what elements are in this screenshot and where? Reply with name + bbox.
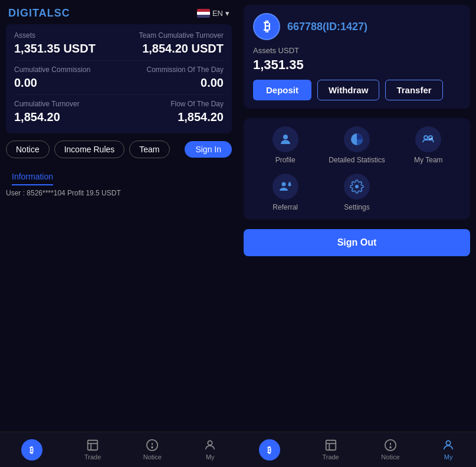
nav-my[interactable]: My <box>203 439 216 461</box>
lang-selector[interactable]: EN ▾ <box>197 9 229 18</box>
assets-value: 1,351.35 USDT <box>14 42 96 55</box>
info-tab[interactable]: Information <box>12 171 53 185</box>
marquee-text: User : 8526****104 Profit 19.5 USDT <box>6 189 121 197</box>
team-button[interactable]: Team <box>129 141 169 158</box>
settings-label: Settings <box>344 203 369 211</box>
right-nav-home[interactable]: ₿ <box>259 439 280 461</box>
action-btns: Deposit Withdraw Transfer <box>253 80 461 100</box>
trade-label: Trade <box>84 453 101 461</box>
menu-settings[interactable]: Settings <box>321 174 392 211</box>
myteam-icon <box>421 132 435 146</box>
right-bottom-nav: ₿ Trade Notice My <box>238 432 476 467</box>
right-my-label: My <box>444 453 453 461</box>
menu-grid: Profile Detailed Statistics <box>244 118 470 220</box>
referral-icon-circle <box>273 174 298 200</box>
info-tab-container: Information <box>6 164 232 185</box>
right-bitcoin-icon: ₿ <box>267 445 271 455</box>
assets-label: Assets <box>14 31 35 40</box>
svg-rect-0 <box>88 440 98 450</box>
svg-point-5 <box>152 447 153 448</box>
notice-icon <box>146 439 159 452</box>
right-notice-label: Notice <box>381 453 399 461</box>
user-card: ₿ 667788(ID:1427) Assets USDT 1,351.35 D… <box>244 5 470 109</box>
right-trade-icon <box>324 439 337 452</box>
home-icon-circle: ₿ <box>21 439 42 461</box>
action-buttons-row: Notice Income Rules Team Sign In <box>6 141 232 158</box>
myteam-icon-circle <box>415 126 441 152</box>
svg-point-15 <box>355 185 359 188</box>
lang-label: EN <box>212 9 223 18</box>
statistics-label: Detailed Statistics <box>329 156 385 164</box>
settings-icon-circle <box>344 174 370 200</box>
nav-home[interactable]: ₿ <box>21 439 42 461</box>
trade-icon <box>86 439 99 452</box>
marquee-area: User : 8526****104 Profit 19.5 USDT <box>6 189 232 197</box>
svg-point-9 <box>424 136 428 139</box>
flow-day-value: 1,854.20 <box>178 110 224 124</box>
myteam-label: My Team <box>414 156 442 164</box>
profile-label: Profile <box>275 156 296 164</box>
settings-icon <box>350 179 364 194</box>
notice-button[interactable]: Notice <box>6 141 50 158</box>
divider1 <box>14 60 224 61</box>
svg-point-11 <box>281 182 285 187</box>
left-panel: DIGITALSC EN ▾ Assets Team Cumulative Tu… <box>0 0 238 467</box>
right-panel: ₿ 667788(ID:1427) Assets USDT 1,351.35 D… <box>238 0 476 467</box>
notice-label: Notice <box>143 453 162 461</box>
my-label: My <box>206 453 215 461</box>
profile-icon <box>278 132 293 146</box>
team-value: 1,854.20 USDT <box>142 42 224 55</box>
cumulative-commission-label: Cumulative Commission <box>14 66 90 74</box>
bitcoin-icon: ₿ <box>29 445 34 455</box>
chevron-down-icon: ▾ <box>225 9 229 18</box>
menu-referral[interactable]: Referral <box>250 174 321 211</box>
user-header: ₿ 667788(ID:1427) <box>253 13 461 40</box>
cumulative-turnover-value: 1,854.20 <box>14 110 60 124</box>
statistics-icon <box>350 132 364 146</box>
svg-point-22 <box>446 441 450 445</box>
cumulative-commission-value: 0.00 <box>14 76 37 90</box>
right-nav-trade[interactable]: Trade <box>322 439 339 461</box>
referral-icon <box>278 179 293 194</box>
team-cumulative-label: Team Cumulative Turnover <box>139 31 224 40</box>
right-my-icon <box>442 439 455 452</box>
svg-point-6 <box>208 441 212 445</box>
divider2 <box>14 94 224 95</box>
right-nav-notice[interactable]: Notice <box>381 439 399 461</box>
flow-day-label: Flow Of The Day <box>170 100 224 108</box>
right-home-icon-circle: ₿ <box>259 439 280 461</box>
bitcoin-icon-large: ₿ <box>253 13 280 40</box>
signin-button[interactable]: Sign In <box>185 141 232 158</box>
left-bottom-nav: ₿ Trade Notice My <box>0 432 238 467</box>
right-trade-label: Trade <box>322 453 339 461</box>
left-header: DIGITALSC EN ▾ <box>0 0 238 24</box>
menu-detailed-statistics[interactable]: Detailed Statistics <box>321 126 392 164</box>
my-icon <box>203 439 216 452</box>
cumulative-turnover-label: Cumulative Turnover <box>14 100 80 108</box>
user-id: 667788(ID:1427) <box>287 21 367 33</box>
statistics-icon-circle <box>344 126 370 152</box>
assets-usdt-label: Assets USDT <box>253 46 461 55</box>
signout-button[interactable]: Sign Out <box>244 229 470 256</box>
commission-day-value: 0.00 <box>201 76 224 90</box>
flag-icon <box>197 9 210 18</box>
svg-point-12 <box>288 184 291 187</box>
nav-trade[interactable]: Trade <box>84 439 101 461</box>
right-notice-icon <box>384 439 397 452</box>
menu-profile[interactable]: Profile <box>250 126 321 164</box>
svg-point-21 <box>390 447 391 448</box>
nav-notice[interactable]: Notice <box>143 439 162 461</box>
svg-rect-16 <box>326 440 336 450</box>
transfer-button[interactable]: Transfer <box>385 80 442 100</box>
profile-icon-circle <box>273 126 298 152</box>
income-rules-button[interactable]: Income Rules <box>54 141 125 158</box>
deposit-button[interactable]: Deposit <box>253 80 311 100</box>
referral-label: Referral <box>273 203 298 211</box>
withdraw-button[interactable]: Withdraw <box>317 80 379 100</box>
assets-usdt-value: 1,351.35 <box>253 57 461 73</box>
assets-panel: Assets Team Cumulative Turnover 1,351.35… <box>6 24 232 133</box>
right-nav-my[interactable]: My <box>442 439 455 461</box>
commission-day-label: Commission Of The Day <box>147 66 224 74</box>
info-tab-label: Information <box>12 172 53 181</box>
menu-my-team[interactable]: My Team <box>393 126 464 164</box>
